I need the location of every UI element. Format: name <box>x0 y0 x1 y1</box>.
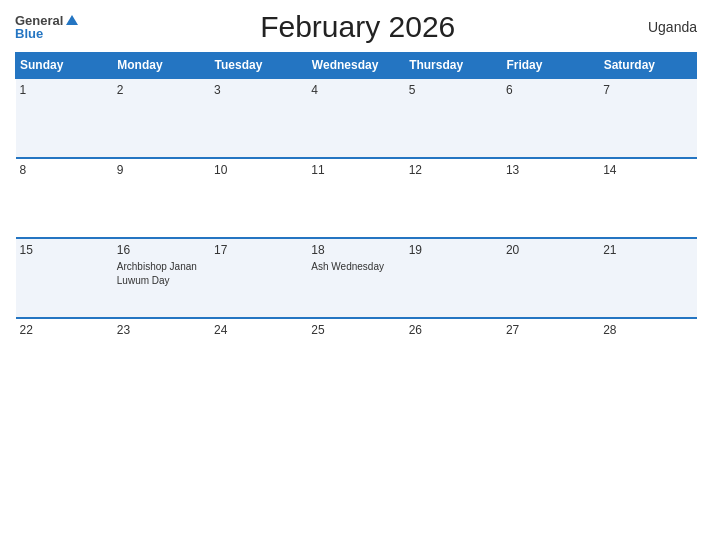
calendar-week-row: 1516Archbishop Janan Luwum Day1718Ash We… <box>16 238 697 318</box>
calendar-day-cell: 6 <box>502 78 599 158</box>
day-number: 15 <box>20 243 109 257</box>
day-number: 2 <box>117 83 206 97</box>
day-number: 20 <box>506 243 595 257</box>
day-number: 3 <box>214 83 303 97</box>
header-saturday: Saturday <box>599 53 696 79</box>
header-thursday: Thursday <box>405 53 502 79</box>
calendar-day-cell: 20 <box>502 238 599 318</box>
day-number: 27 <box>506 323 595 337</box>
day-number: 21 <box>603 243 692 257</box>
day-number: 1 <box>20 83 109 97</box>
day-number: 13 <box>506 163 595 177</box>
calendar-day-cell: 23 <box>113 318 210 398</box>
day-number: 8 <box>20 163 109 177</box>
day-number: 25 <box>311 323 400 337</box>
calendar-day-cell: 28 <box>599 318 696 398</box>
day-number: 17 <box>214 243 303 257</box>
day-number: 10 <box>214 163 303 177</box>
calendar-title: February 2026 <box>78 10 637 44</box>
calendar-day-cell: 14 <box>599 158 696 238</box>
day-number: 16 <box>117 243 206 257</box>
logo: General Blue <box>15 14 78 40</box>
calendar-day-cell: 21 <box>599 238 696 318</box>
calendar-day-cell: 27 <box>502 318 599 398</box>
calendar-day-cell: 13 <box>502 158 599 238</box>
day-number: 24 <box>214 323 303 337</box>
calendar-day-cell: 10 <box>210 158 307 238</box>
day-number: 18 <box>311 243 400 257</box>
holiday-label: Ash Wednesday <box>311 261 384 272</box>
header-wednesday: Wednesday <box>307 53 404 79</box>
calendar-week-row: 1234567 <box>16 78 697 158</box>
calendar-day-cell: 11 <box>307 158 404 238</box>
holiday-label: Archbishop Janan Luwum Day <box>117 261 197 286</box>
calendar-day-cell: 19 <box>405 238 502 318</box>
calendar-page: General Blue February 2026 Uganda Sunday… <box>0 0 712 550</box>
calendar-day-cell: 3 <box>210 78 307 158</box>
day-number: 4 <box>311 83 400 97</box>
day-number: 11 <box>311 163 400 177</box>
header-sunday: Sunday <box>16 53 113 79</box>
country-label: Uganda <box>637 19 697 35</box>
day-number: 14 <box>603 163 692 177</box>
calendar-day-cell: 22 <box>16 318 113 398</box>
day-number: 9 <box>117 163 206 177</box>
calendar-week-row: 22232425262728 <box>16 318 697 398</box>
day-number: 7 <box>603 83 692 97</box>
header-friday: Friday <box>502 53 599 79</box>
calendar-day-cell: 8 <box>16 158 113 238</box>
calendar-week-row: 891011121314 <box>16 158 697 238</box>
calendar-day-cell: 24 <box>210 318 307 398</box>
day-number: 26 <box>409 323 498 337</box>
calendar-day-cell: 17 <box>210 238 307 318</box>
calendar-day-cell: 7 <box>599 78 696 158</box>
calendar-day-cell: 5 <box>405 78 502 158</box>
day-number: 19 <box>409 243 498 257</box>
calendar-day-cell: 4 <box>307 78 404 158</box>
calendar-day-cell: 26 <box>405 318 502 398</box>
day-number: 6 <box>506 83 595 97</box>
weekday-header-row: Sunday Monday Tuesday Wednesday Thursday… <box>16 53 697 79</box>
calendar-day-cell: 12 <box>405 158 502 238</box>
calendar-day-cell: 9 <box>113 158 210 238</box>
day-number: 12 <box>409 163 498 177</box>
calendar-day-cell: 16Archbishop Janan Luwum Day <box>113 238 210 318</box>
calendar-header: General Blue February 2026 Uganda <box>15 10 697 44</box>
calendar-day-cell: 1 <box>16 78 113 158</box>
day-number: 22 <box>20 323 109 337</box>
header-tuesday: Tuesday <box>210 53 307 79</box>
logo-triangle-icon <box>66 15 78 25</box>
calendar-day-cell: 15 <box>16 238 113 318</box>
calendar-day-cell: 25 <box>307 318 404 398</box>
calendar-day-cell: 18Ash Wednesday <box>307 238 404 318</box>
day-number: 23 <box>117 323 206 337</box>
header-monday: Monday <box>113 53 210 79</box>
logo-blue-text: Blue <box>15 27 78 40</box>
calendar-day-cell: 2 <box>113 78 210 158</box>
day-number: 28 <box>603 323 692 337</box>
calendar-table: Sunday Monday Tuesday Wednesday Thursday… <box>15 52 697 398</box>
day-number: 5 <box>409 83 498 97</box>
